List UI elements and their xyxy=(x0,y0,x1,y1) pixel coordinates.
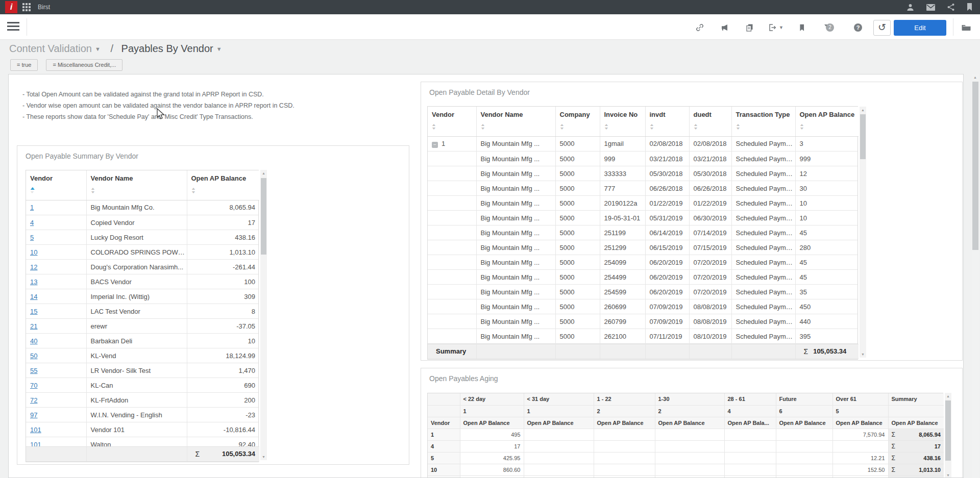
vendor-link[interactable]: 12 xyxy=(30,263,37,271)
sort-control[interactable]: ▲▼ xyxy=(481,123,555,130)
vendor-cell xyxy=(428,314,476,329)
export-icon[interactable]: ▼ xyxy=(767,22,784,33)
vendor-link[interactable]: 4 xyxy=(30,219,34,227)
cell xyxy=(555,344,600,359)
link-icon[interactable] xyxy=(694,22,705,33)
vendor-link[interactable]: 13 xyxy=(30,278,37,286)
scroll-up-arrow[interactable]: ▲ xyxy=(972,76,978,79)
table-row: 97W.I.N. Vending - English-23 xyxy=(26,408,258,422)
infor-logo[interactable]: i xyxy=(5,1,17,13)
copy-icon[interactable] xyxy=(744,22,755,33)
app-grid-icon[interactable] xyxy=(22,3,31,12)
table-row: Big Mountain Mfg ...500099903/21/201803/… xyxy=(428,152,857,166)
scroll-thumb[interactable] xyxy=(860,114,866,159)
bucket-cell xyxy=(524,440,594,452)
sort-control[interactable]: ▲▼ xyxy=(694,123,731,130)
bookmark-filled-icon[interactable] xyxy=(796,22,807,33)
sort-control[interactable]: ▲▼ xyxy=(91,187,187,194)
scroll-down-arrow[interactable]: ▼ xyxy=(260,455,267,459)
vendor-link[interactable]: 97 xyxy=(30,411,37,419)
col-header-invoice-no[interactable]: Invoice No ▲▼ xyxy=(600,107,645,136)
bucket-cell xyxy=(724,464,776,475)
vendor-link[interactable]: 50 xyxy=(30,352,37,360)
scroll-up-arrow[interactable]: ▲ xyxy=(945,394,951,398)
megaphone-icon[interactable] xyxy=(719,22,730,33)
vendor-link[interactable]: 1 xyxy=(30,204,34,211)
col-header-invdt[interactable]: invdt ▲▼ xyxy=(645,107,689,136)
user-icon[interactable] xyxy=(906,3,915,12)
vendor-name-cell: KL-Can xyxy=(86,378,187,393)
edit-button[interactable]: Edit xyxy=(894,20,946,36)
table-row: Big Mountain Mfg ...500026069907/09/2019… xyxy=(428,299,857,314)
scroll-up-arrow[interactable]: ▲ xyxy=(860,108,866,112)
vendor-link[interactable]: 5 xyxy=(30,234,34,241)
breadcrumb-current[interactable]: Payables By Vendor xyxy=(121,43,213,54)
scrollbar[interactable]: ▲ ▼ xyxy=(260,170,267,460)
vendor-link[interactable]: 72 xyxy=(30,396,37,404)
vendor-link[interactable]: 40 xyxy=(30,337,37,345)
company-cell: 5000 xyxy=(555,152,600,166)
filter-icon[interactable]: 2 xyxy=(819,22,837,33)
vendor-link[interactable]: 101 xyxy=(30,441,41,446)
col-header-balance[interactable]: Open AP Balance ▲▼ xyxy=(795,107,859,136)
sort-control[interactable]: ▲▼ xyxy=(191,187,260,194)
vendor-name-cell: BACS Vendor xyxy=(86,274,187,289)
filter-chip-misc-credit[interactable]: = Miscellaneous Credit,... xyxy=(46,59,122,71)
table-row: 5Lucky Dog Resort438.16 xyxy=(26,230,258,245)
scroll-down-arrow[interactable]: ▼ xyxy=(945,473,951,477)
scroll-up-arrow[interactable]: ▲ xyxy=(260,171,267,175)
vendor-link[interactable]: 14 xyxy=(30,293,37,300)
sort-control[interactable]: ▲▼ xyxy=(800,123,859,130)
col-header-duedt[interactable]: duedt ▲▼ xyxy=(689,107,731,136)
page-scrollbar[interactable]: ▲ xyxy=(972,74,979,478)
vendor-link[interactable]: 15 xyxy=(30,308,37,315)
invdt-cell: 03/21/2018 xyxy=(645,152,689,166)
col-header-vendor[interactable]: Vendor ▲▼ xyxy=(26,170,86,200)
collapse-icon[interactable]: − xyxy=(432,142,438,148)
sort-control[interactable]: ▲▼ xyxy=(650,123,689,130)
vendor-cell xyxy=(428,211,476,225)
filter-chip-true[interactable]: = true xyxy=(10,59,38,71)
sort-control[interactable]: ▲▼ xyxy=(432,123,476,130)
bucket-cell xyxy=(594,475,655,478)
col-label: Transaction Type xyxy=(736,111,795,118)
scroll-thumb[interactable] xyxy=(972,82,978,250)
vendor-name-cell: Big Mountain Mfg ... xyxy=(476,329,555,344)
col-header-vendor[interactable]: Vendor ▲▼ xyxy=(428,107,476,136)
measure-header: Open AP Balance xyxy=(524,417,594,429)
breadcrumb-parent[interactable]: Content Validation xyxy=(9,43,92,54)
bookmark-icon[interactable] xyxy=(966,3,973,11)
sort-control[interactable]: ▲▼ xyxy=(604,123,645,130)
col-header-balance[interactable]: Open AP Balance ▲▼ xyxy=(187,170,259,200)
scroll-thumb[interactable] xyxy=(945,400,951,461)
col-header-company[interactable]: Company ▲▼ xyxy=(555,107,600,136)
invdt-cell: 06/26/2018 xyxy=(645,181,689,196)
vendor-link[interactable]: 55 xyxy=(30,367,37,374)
vendor-link[interactable]: 10 xyxy=(30,248,37,256)
duedt-cell: 07/14/2019 xyxy=(689,225,731,240)
vendor-cell: 101 xyxy=(26,422,86,437)
scrollbar[interactable]: ▲ ▼ xyxy=(945,393,951,478)
mail-icon[interactable] xyxy=(926,4,936,11)
scroll-down-arrow[interactable]: ▼ xyxy=(860,353,866,356)
vendor-link[interactable]: 101 xyxy=(30,426,41,434)
folder-icon[interactable] xyxy=(961,22,972,33)
scrollbar[interactable]: ▲ ▼ xyxy=(860,107,866,358)
vendor-cell: 97 xyxy=(26,408,86,422)
divider xyxy=(953,18,953,36)
share-icon[interactable] xyxy=(947,3,955,11)
help-icon[interactable]: ? xyxy=(852,22,864,33)
vendor-link[interactable]: 21 xyxy=(30,322,37,330)
col-header-vendor-name[interactable]: Vendor Name ▲▼ xyxy=(476,107,555,136)
vendor-link[interactable]: 70 xyxy=(30,382,37,389)
sort-control[interactable]: ▲▼ xyxy=(30,187,86,194)
refresh-button[interactable]: ↺ xyxy=(873,20,891,36)
scroll-thumb[interactable] xyxy=(261,178,266,255)
menu-button[interactable] xyxy=(7,22,19,32)
bucket-cell xyxy=(594,452,655,464)
duedt-cell: 07/20/2019 xyxy=(689,255,731,270)
sort-control[interactable]: ▲▼ xyxy=(736,123,795,130)
col-header-transaction-type[interactable]: Transaction Type ▲▼ xyxy=(731,107,795,136)
col-header-vendor-name[interactable]: Vendor Name ▲▼ xyxy=(86,170,187,200)
sort-control[interactable]: ▲▼ xyxy=(560,123,600,130)
